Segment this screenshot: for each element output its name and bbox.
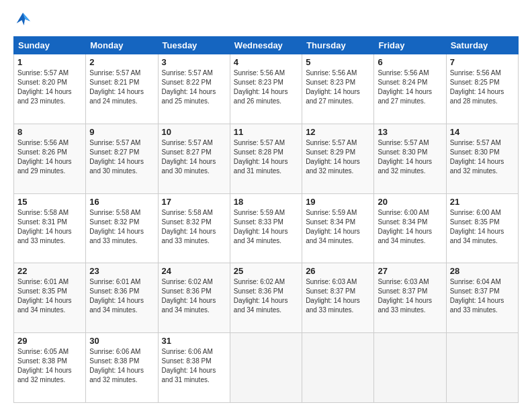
day-number: 31 (162, 336, 226, 346)
table-row: 15 Sunrise: 5:58 AM Sunset: 8:31 PM Dayl… (14, 193, 86, 263)
day-info: Sunrise: 5:57 AM Sunset: 8:30 PM Dayligh… (450, 138, 515, 176)
day-info: Sunrise: 5:56 AM Sunset: 8:23 PM Dayligh… (234, 68, 298, 106)
day-number: 24 (162, 266, 226, 276)
table-row: 3 Sunrise: 5:57 AM Sunset: 8:22 PM Dayli… (158, 54, 230, 124)
table-row (230, 333, 302, 403)
table-row: 25 Sunrise: 6:02 AM Sunset: 8:36 PM Dayl… (230, 263, 302, 333)
day-number: 7 (450, 57, 515, 67)
day-number: 5 (306, 57, 370, 67)
day-number: 2 (89, 57, 154, 67)
day-number: 22 (17, 266, 82, 276)
table-row: 21 Sunrise: 6:00 AM Sunset: 8:35 PM Dayl… (446, 193, 518, 263)
table-row (446, 333, 518, 403)
table-row: 2 Sunrise: 5:57 AM Sunset: 8:21 PM Dayli… (86, 54, 158, 124)
page: Sunday Monday Tuesday Wednesday Thursday… (0, 0, 532, 411)
day-number: 1 (17, 57, 82, 67)
day-info: Sunrise: 6:03 AM Sunset: 8:37 PM Dayligh… (306, 277, 370, 315)
day-info: Sunrise: 6:00 AM Sunset: 8:35 PM Dayligh… (450, 208, 515, 246)
table-row: 27 Sunrise: 6:03 AM Sunset: 8:37 PM Dayl… (374, 263, 446, 333)
day-number: 10 (162, 127, 226, 137)
table-row: 14 Sunrise: 5:57 AM Sunset: 8:30 PM Dayl… (446, 124, 518, 193)
day-info: Sunrise: 5:56 AM Sunset: 8:23 PM Dayligh… (306, 68, 370, 106)
table-row: 19 Sunrise: 5:59 AM Sunset: 8:34 PM Dayl… (302, 193, 374, 263)
day-number: 14 (450, 127, 515, 137)
calendar-row: 15 Sunrise: 5:58 AM Sunset: 8:31 PM Dayl… (14, 193, 519, 263)
day-number: 8 (17, 127, 82, 137)
header (13, 11, 519, 30)
col-sunday: Sunday (14, 37, 86, 54)
calendar-table: Sunday Monday Tuesday Wednesday Thursday… (13, 36, 519, 403)
table-row: 24 Sunrise: 6:02 AM Sunset: 8:36 PM Dayl… (158, 263, 230, 333)
calendar-row: 22 Sunrise: 6:01 AM Sunset: 8:35 PM Dayl… (14, 263, 519, 333)
day-number: 16 (89, 197, 154, 207)
table-row: 18 Sunrise: 5:59 AM Sunset: 8:33 PM Dayl… (230, 193, 302, 263)
table-row: 30 Sunrise: 6:06 AM Sunset: 8:38 PM Dayl… (86, 333, 158, 403)
day-info: Sunrise: 5:56 AM Sunset: 8:26 PM Dayligh… (17, 138, 82, 176)
day-info: Sunrise: 5:57 AM Sunset: 8:27 PM Dayligh… (162, 138, 226, 176)
day-number: 30 (89, 336, 154, 346)
day-number: 29 (17, 336, 82, 346)
day-number: 9 (89, 127, 154, 137)
day-info: Sunrise: 5:59 AM Sunset: 8:33 PM Dayligh… (234, 208, 298, 246)
day-info: Sunrise: 5:59 AM Sunset: 8:34 PM Dayligh… (306, 208, 370, 246)
day-number: 25 (234, 266, 298, 276)
day-number: 28 (450, 266, 515, 276)
table-row: 12 Sunrise: 5:57 AM Sunset: 8:29 PM Dayl… (302, 124, 374, 193)
day-number: 6 (378, 57, 442, 67)
day-number: 19 (306, 197, 370, 207)
day-info: Sunrise: 6:04 AM Sunset: 8:37 PM Dayligh… (450, 277, 515, 315)
day-info: Sunrise: 6:06 AM Sunset: 8:38 PM Dayligh… (162, 347, 226, 385)
day-info: Sunrise: 6:03 AM Sunset: 8:37 PM Dayligh… (378, 277, 442, 315)
table-row: 10 Sunrise: 5:57 AM Sunset: 8:27 PM Dayl… (158, 124, 230, 193)
day-info: Sunrise: 5:57 AM Sunset: 8:20 PM Dayligh… (17, 68, 82, 106)
table-row: 6 Sunrise: 5:56 AM Sunset: 8:24 PM Dayli… (374, 54, 446, 124)
day-info: Sunrise: 5:58 AM Sunset: 8:32 PM Dayligh… (162, 208, 226, 246)
day-number: 17 (162, 197, 226, 207)
calendar-row: 29 Sunrise: 6:05 AM Sunset: 8:38 PM Dayl… (14, 333, 519, 403)
day-number: 13 (378, 127, 442, 137)
day-info: Sunrise: 5:57 AM Sunset: 8:27 PM Dayligh… (89, 138, 154, 176)
table-row: 17 Sunrise: 5:58 AM Sunset: 8:32 PM Dayl… (158, 193, 230, 263)
col-tuesday: Tuesday (158, 37, 230, 54)
day-info: Sunrise: 6:05 AM Sunset: 8:38 PM Dayligh… (17, 347, 82, 385)
day-number: 26 (306, 266, 370, 276)
day-info: Sunrise: 5:58 AM Sunset: 8:32 PM Dayligh… (89, 208, 154, 246)
table-row: 9 Sunrise: 5:57 AM Sunset: 8:27 PM Dayli… (86, 124, 158, 193)
day-info: Sunrise: 5:58 AM Sunset: 8:31 PM Dayligh… (17, 208, 82, 246)
table-row: 7 Sunrise: 5:56 AM Sunset: 8:25 PM Dayli… (446, 54, 518, 124)
day-number: 11 (234, 127, 298, 137)
col-thursday: Thursday (302, 37, 374, 54)
table-row: 29 Sunrise: 6:05 AM Sunset: 8:38 PM Dayl… (14, 333, 86, 403)
calendar-row: 8 Sunrise: 5:56 AM Sunset: 8:26 PM Dayli… (14, 124, 519, 193)
day-info: Sunrise: 6:01 AM Sunset: 8:36 PM Dayligh… (89, 277, 154, 315)
day-number: 21 (450, 197, 515, 207)
day-info: Sunrise: 5:57 AM Sunset: 8:21 PM Dayligh… (89, 68, 154, 106)
logo (13, 11, 35, 30)
day-info: Sunrise: 6:06 AM Sunset: 8:38 PM Dayligh… (89, 347, 154, 385)
table-row: 23 Sunrise: 6:01 AM Sunset: 8:36 PM Dayl… (86, 263, 158, 333)
day-info: Sunrise: 6:02 AM Sunset: 8:36 PM Dayligh… (162, 277, 226, 315)
table-row: 4 Sunrise: 5:56 AM Sunset: 8:23 PM Dayli… (230, 54, 302, 124)
table-row: 8 Sunrise: 5:56 AM Sunset: 8:26 PM Dayli… (14, 124, 86, 193)
table-row (302, 333, 374, 403)
day-number: 18 (234, 197, 298, 207)
day-info: Sunrise: 5:56 AM Sunset: 8:24 PM Dayligh… (378, 68, 442, 106)
col-monday: Monday (86, 37, 158, 54)
day-number: 20 (378, 197, 442, 207)
table-row: 28 Sunrise: 6:04 AM Sunset: 8:37 PM Dayl… (446, 263, 518, 333)
table-row: 16 Sunrise: 5:58 AM Sunset: 8:32 PM Dayl… (86, 193, 158, 263)
day-info: Sunrise: 5:57 AM Sunset: 8:29 PM Dayligh… (306, 138, 370, 176)
table-row: 1 Sunrise: 5:57 AM Sunset: 8:20 PM Dayli… (14, 54, 86, 124)
day-number: 27 (378, 266, 442, 276)
table-row: 22 Sunrise: 6:01 AM Sunset: 8:35 PM Dayl… (14, 263, 86, 333)
day-number: 3 (162, 57, 226, 67)
day-info: Sunrise: 6:00 AM Sunset: 8:34 PM Dayligh… (378, 208, 442, 246)
day-info: Sunrise: 5:57 AM Sunset: 8:28 PM Dayligh… (234, 138, 298, 176)
table-row: 13 Sunrise: 5:57 AM Sunset: 8:30 PM Dayl… (374, 124, 446, 193)
calendar-header-row: Sunday Monday Tuesday Wednesday Thursday… (14, 37, 519, 54)
day-info: Sunrise: 5:57 AM Sunset: 8:30 PM Dayligh… (378, 138, 442, 176)
table-row (374, 333, 446, 403)
table-row: 20 Sunrise: 6:00 AM Sunset: 8:34 PM Dayl… (374, 193, 446, 263)
day-number: 12 (306, 127, 370, 137)
col-friday: Friday (374, 37, 446, 54)
